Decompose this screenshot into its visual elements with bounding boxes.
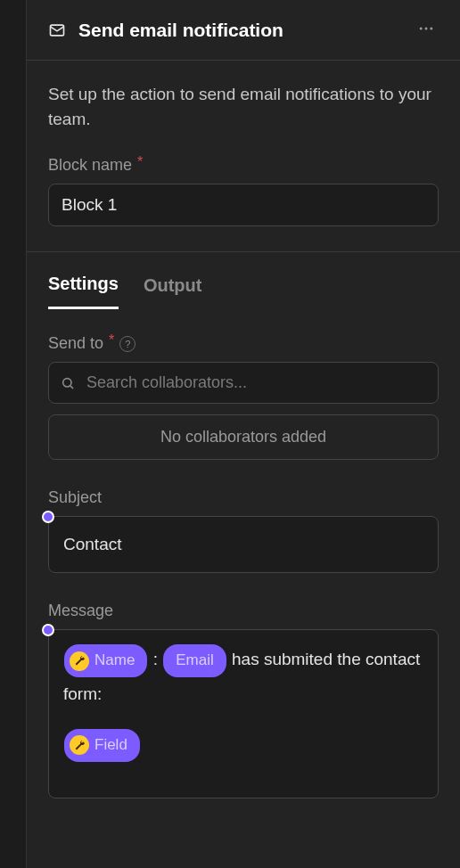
top-section: Set up the action to send email notifica… (27, 61, 460, 252)
message-label: Message (48, 602, 439, 620)
message-field: Message Name : Email (48, 602, 439, 798)
tab-output[interactable]: Output (144, 274, 202, 309)
sidebar-edge (0, 0, 27, 868)
required-indicator: * (109, 332, 114, 348)
variable-pill-field[interactable]: Field (64, 729, 140, 762)
dots-horizontal-icon (417, 20, 435, 37)
svg-point-4 (63, 378, 71, 386)
block-name-label: Block name * (48, 156, 439, 175)
search-icon (61, 376, 75, 390)
svg-point-3 (430, 28, 432, 30)
separator: : (153, 651, 158, 669)
tabs: Settings Output (27, 252, 460, 309)
config-panel: Send email notification Set up the actio… (27, 0, 460, 868)
wrench-icon (70, 651, 89, 671)
panel-header: Send email notification (27, 0, 460, 61)
send-to-field: Send to * ? No collaborators added (48, 334, 439, 460)
connector-dot[interactable] (42, 511, 54, 523)
variable-pill-email[interactable]: Email (163, 644, 226, 677)
message-input[interactable]: Name : Email has submited the contact fo… (48, 629, 439, 798)
svg-point-1 (420, 28, 423, 30)
settings-body: Send to * ? No collaborators added Subje… (27, 309, 460, 852)
help-icon[interactable]: ? (119, 336, 136, 352)
send-to-label: Send to * ? (48, 334, 439, 353)
search-collaborators-wrap (48, 362, 439, 404)
subject-input[interactable]: Contact (48, 516, 439, 573)
tab-settings[interactable]: Settings (48, 274, 119, 309)
message-line-1: Name : Email has submited the contact fo… (63, 643, 423, 709)
block-name-input[interactable] (48, 184, 439, 226)
mail-icon (48, 21, 66, 39)
more-options-button[interactable] (414, 16, 439, 44)
svg-point-2 (425, 28, 428, 30)
variable-pill-name[interactable]: Name (64, 644, 147, 677)
panel-description: Set up the action to send email notifica… (48, 82, 439, 131)
subject-value: Contact (63, 535, 121, 553)
message-line-2: Field (63, 727, 423, 764)
no-collaborators-box: No collaborators added (48, 414, 439, 460)
search-collaborators-input[interactable] (48, 362, 439, 404)
panel-title: Send email notification (78, 20, 401, 41)
subject-field: Subject Contact (48, 488, 439, 573)
required-indicator: * (137, 154, 143, 170)
wrench-icon (70, 735, 89, 755)
subject-label: Subject (48, 488, 439, 507)
